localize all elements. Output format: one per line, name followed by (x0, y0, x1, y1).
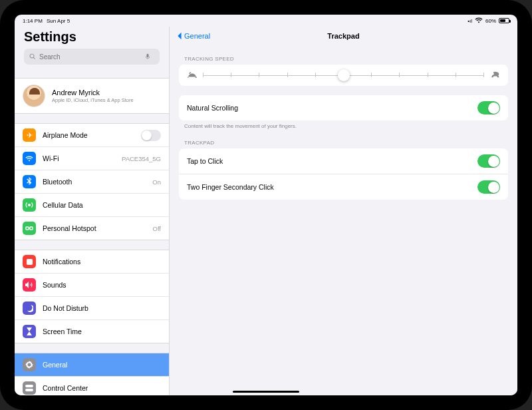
sidebar-item-label: Cellular Data (43, 201, 161, 209)
sidebar-item-value: PACE354_5G (122, 155, 161, 162)
bluetooth-icon (23, 175, 36, 188)
avatar (23, 85, 45, 107)
sidebar-item-wifi[interactable]: Wi-Fi PACE354_5G (15, 146, 169, 170)
sidebar-item-sounds[interactable]: Sounds (15, 273, 169, 296)
sidebar-item-dnd[interactable]: Do Not Disturb (15, 296, 169, 319)
airplane-toggle[interactable] (141, 130, 161, 141)
wifi-icon (475, 17, 483, 25)
svg-rect-0 (26, 258, 32, 264)
natural-scrolling-row[interactable]: Natural Scrolling (179, 95, 508, 120)
two-finger-click-toggle[interactable] (477, 180, 500, 194)
sidebar-item-cellular[interactable]: Cellular Data (15, 193, 169, 216)
sidebar-item-label: Bluetooth (43, 178, 152, 186)
back-label: General (184, 32, 210, 40)
sidebar-item-notifications[interactable]: Notifications (15, 250, 169, 273)
tracking-speed-slider[interactable] (179, 65, 508, 86)
sidebar-item-value: On (152, 178, 161, 186)
natural-scrolling-toggle[interactable] (477, 101, 500, 114)
sidebar-item-control-center[interactable]: Control Center (15, 376, 169, 395)
search-field[interactable] (24, 49, 160, 65)
notifications-icon (23, 255, 36, 268)
home-indicator[interactable] (233, 391, 299, 393)
sidebar-item-general[interactable]: General (15, 353, 169, 376)
svg-rect-1 (25, 385, 33, 387)
moon-icon (23, 302, 36, 315)
battery-pct: 60% (485, 18, 496, 24)
status-date: Sun Apr 5 (47, 18, 70, 24)
sidebar-item-label: General (43, 361, 161, 369)
sidebar-item-label: Control Center (43, 384, 161, 392)
sidebar-item-label: Sounds (43, 281, 161, 289)
sidebar-item-bluetooth[interactable]: Bluetooth On (15, 170, 169, 193)
cell-signal-icon: •ıl (467, 18, 472, 24)
back-button[interactable]: General (176, 32, 210, 40)
search-icon (29, 53, 36, 60)
antenna-icon (23, 198, 36, 212)
account-name: Andrew Myrick (52, 89, 134, 97)
svg-rect-2 (25, 389, 33, 391)
slider-knob[interactable] (338, 69, 350, 81)
hotspot-icon (23, 222, 36, 235)
sidebar-item-screen-time[interactable]: Screen Time (15, 319, 169, 343)
sidebar-item-hotspot[interactable]: Personal Hotspot Off (15, 216, 169, 240)
speaker-icon (23, 278, 36, 292)
sidebar-item-label: Screen Time (43, 327, 161, 335)
status-time: 1:14 PM (23, 18, 43, 24)
switches-icon (23, 381, 36, 395)
tap-to-click-toggle[interactable] (477, 154, 500, 168)
section-footer-natural: Content will track the movement of your … (184, 123, 503, 129)
tap-to-click-row[interactable]: Tap to Click (179, 148, 508, 174)
row-label: Natural Scrolling (187, 104, 477, 112)
sidebar-item-label: Airplane Mode (43, 131, 141, 139)
apple-id-row[interactable]: Andrew Myrick Apple ID, iCloud, iTunes &… (15, 79, 169, 113)
sidebar-item-label: Do Not Disturb (43, 304, 161, 312)
detail-title: Trackpad (170, 32, 517, 40)
sidebar-item-airplane-mode[interactable]: ✈︎ Airplane Mode (15, 124, 169, 146)
account-subtitle: Apple ID, iCloud, iTunes & App Store (52, 97, 134, 103)
wifi-icon (23, 152, 36, 165)
turtle-icon (187, 71, 198, 79)
hourglass-icon (23, 325, 36, 338)
detail-pane: General Trackpad TRACKING SPEED (169, 27, 517, 395)
airplane-icon: ✈︎ (23, 128, 36, 142)
row-label: Tap to Click (187, 157, 477, 165)
row-label: Two Finger Secondary Click (187, 183, 477, 191)
battery-icon (499, 18, 509, 23)
sidebar-item-label: Personal Hotspot (43, 224, 153, 232)
mic-icon[interactable] (144, 53, 151, 60)
sidebar-item-label: Wi-Fi (43, 154, 122, 162)
section-header-trackpad: TRACKPAD (184, 140, 503, 146)
two-finger-click-row[interactable]: Two Finger Secondary Click (179, 174, 508, 200)
gear-icon (23, 358, 36, 371)
page-title: Settings (24, 29, 160, 45)
sidebar-item-value: Off (153, 225, 162, 232)
chevron-left-icon (176, 32, 183, 40)
section-header-tracking: TRACKING SPEED (184, 56, 503, 62)
search-input[interactable] (39, 53, 144, 61)
settings-sidebar: Settings Andrew Myrick Apple ID, iCloud,… (15, 27, 169, 395)
sidebar-item-label: Notifications (43, 258, 161, 266)
rabbit-icon (489, 71, 500, 79)
status-bar: 1:14 PM Sun Apr 5 •ıl 60% (15, 15, 517, 27)
